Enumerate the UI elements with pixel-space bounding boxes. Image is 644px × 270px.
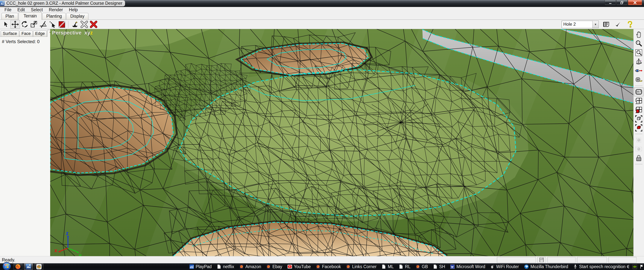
quick-link-label: netflix bbox=[223, 264, 234, 269]
quick-link-microsoft-word[interactable]: Microsoft Word bbox=[450, 264, 485, 269]
close-button[interactable] bbox=[628, 0, 642, 5]
menu-file[interactable]: File bbox=[2, 7, 14, 12]
selection-tab-edge[interactable]: Edge bbox=[33, 31, 47, 37]
quick-link-sh[interactable]: SH bbox=[433, 264, 445, 269]
quick-link-label: Ebay bbox=[272, 264, 282, 269]
hidden-icons-button[interactable] bbox=[626, 264, 630, 269]
notes-button[interactable] bbox=[601, 20, 611, 29]
tab-display[interactable]: Display bbox=[66, 13, 88, 20]
firefoxdoc-icon bbox=[266, 264, 271, 269]
clear-selection-tool[interactable] bbox=[80, 20, 89, 29]
verts-selected-status: # Verts Selected: 0 bbox=[0, 37, 50, 47]
orbit-icon bbox=[635, 58, 642, 65]
rotate-tool[interactable] bbox=[20, 20, 29, 29]
tab-plan[interactable]: Plan bbox=[2, 13, 18, 20]
vp4red-icon bbox=[635, 106, 642, 114]
hole-select[interactable]: Hole 2 ▼ bbox=[562, 21, 599, 28]
smooth-tool[interactable] bbox=[70, 20, 80, 29]
menu-select[interactable]: Select bbox=[28, 7, 46, 12]
firefoxdoc-icon bbox=[239, 264, 244, 269]
action-center-flag-icon[interactable] bbox=[639, 264, 644, 269]
firefoxdoc-icon bbox=[346, 264, 350, 269]
lock-button[interactable] bbox=[634, 154, 644, 163]
nvidia-tray-icon[interactable] bbox=[632, 264, 637, 269]
quick-link-links-corner[interactable]: Links Corner bbox=[346, 264, 376, 269]
quad-viewport-button[interactable] bbox=[634, 96, 644, 105]
look-tool[interactable] bbox=[634, 66, 644, 75]
quick-link-playpad[interactable]: PlayPad bbox=[190, 264, 212, 269]
scale-tool[interactable] bbox=[29, 20, 38, 29]
frame-all-button[interactable] bbox=[634, 114, 644, 123]
quick-link-start-speech-recognition[interactable]: Start speech recognition bbox=[573, 264, 626, 269]
viewport-label: Perspective xyz bbox=[52, 30, 93, 36]
pan-tool[interactable] bbox=[634, 30, 644, 39]
chevron-down-icon[interactable]: ▼ bbox=[592, 21, 598, 28]
view-toolbar-separator bbox=[635, 164, 642, 164]
selection-tab-face[interactable]: Face bbox=[20, 31, 33, 37]
orbit-tool[interactable] bbox=[634, 57, 644, 66]
terrain-scene: xyz bbox=[50, 29, 634, 256]
menu-render[interactable]: Render bbox=[46, 7, 66, 12]
single-viewport-button[interactable] bbox=[634, 87, 644, 96]
measure-tool[interactable] bbox=[634, 75, 644, 84]
help-button[interactable] bbox=[625, 20, 635, 29]
tab-terrain[interactable]: Terrain bbox=[18, 12, 42, 20]
cursor-icon bbox=[2, 21, 9, 28]
quick-link-gb[interactable]: GB bbox=[416, 264, 428, 269]
firefox-app[interactable] bbox=[14, 263, 22, 270]
playpad-icon bbox=[190, 264, 194, 269]
hand-icon bbox=[635, 31, 642, 38]
status-pane bbox=[608, 257, 636, 263]
quick-link-mozilla-thunderbird[interactable]: Mozilla Thunderbird bbox=[524, 264, 568, 269]
quick-link-ml[interactable]: ML bbox=[382, 264, 394, 269]
rotate-icon bbox=[21, 21, 28, 28]
mode-tabs: PlanTerrainPlantingDisplay bbox=[0, 13, 644, 20]
page-icon bbox=[399, 264, 403, 269]
quick-link-ebay[interactable]: Ebay bbox=[266, 264, 282, 269]
zoomglass-icon bbox=[635, 40, 642, 47]
firefoxdoc-icon bbox=[316, 264, 320, 269]
quick-link-rl[interactable]: RL bbox=[399, 264, 410, 269]
quick-link-label: Mozilla Thunderbird bbox=[530, 264, 568, 269]
svg-text:x: x bbox=[54, 247, 57, 253]
add-vertex-tool[interactable] bbox=[48, 20, 57, 29]
delete-tool[interactable] bbox=[89, 20, 98, 29]
start-button[interactable] bbox=[2, 262, 11, 270]
restore-button[interactable] bbox=[616, 0, 628, 5]
apply-check-button[interactable] bbox=[613, 20, 623, 29]
select-tool[interactable] bbox=[1, 20, 10, 29]
app-icon bbox=[0, 1, 4, 6]
frame-selection-button[interactable] bbox=[634, 123, 644, 132]
quick-link-facebook[interactable]: Facebook bbox=[316, 264, 341, 269]
quick-link-wifi-router[interactable]: WiFi Router bbox=[490, 264, 519, 269]
tab-planting[interactable]: Planting bbox=[42, 13, 66, 20]
quick-link-youtube[interactable]: YouTube bbox=[287, 264, 311, 269]
quick-link-amazon[interactable]: Amazon bbox=[239, 264, 261, 269]
slope-tool[interactable] bbox=[38, 20, 48, 29]
window-title: CCC_hole 02 green 3.CRZ - Arnold Palmer … bbox=[0, 0, 125, 6]
left-panel-body: # Verts Selected: 0 bbox=[0, 37, 50, 256]
minimize-button[interactable] bbox=[605, 0, 616, 5]
quick-links: PlayPadnetflixAmazonEbayYouTubeFacebookL… bbox=[190, 264, 626, 269]
3d-viewport[interactable]: xyz Perspective xyz bbox=[50, 29, 634, 256]
zoom-tool[interactable] bbox=[634, 39, 644, 48]
toolbar-separator bbox=[68, 21, 69, 28]
quick-link-netflix[interactable]: netflix bbox=[217, 264, 234, 269]
menu-help[interactable]: Help bbox=[66, 7, 81, 12]
zoom-window-tool[interactable] bbox=[634, 48, 644, 57]
paint-app[interactable] bbox=[34, 263, 44, 270]
course-designer-app[interactable] bbox=[24, 263, 33, 270]
paint-material-tool[interactable] bbox=[57, 20, 67, 29]
app-window: CCC_hole 02 green 3.CRZ - Arnold Palmer … bbox=[0, 0, 644, 270]
selection-tab-surface[interactable]: Surface bbox=[1, 31, 19, 37]
vp1-icon bbox=[635, 88, 642, 96]
eye-icon bbox=[635, 67, 643, 74]
system-tray bbox=[626, 264, 644, 269]
quick-link-label: PlayPad bbox=[196, 264, 212, 269]
render-sphere-wide-button bbox=[634, 145, 644, 154]
move-tool[interactable] bbox=[10, 20, 20, 29]
menu-edit[interactable]: Edit bbox=[14, 7, 28, 12]
scale-icon bbox=[30, 21, 38, 28]
quad-viewport-active-button[interactable] bbox=[634, 105, 644, 114]
lock-icon bbox=[635, 154, 642, 162]
